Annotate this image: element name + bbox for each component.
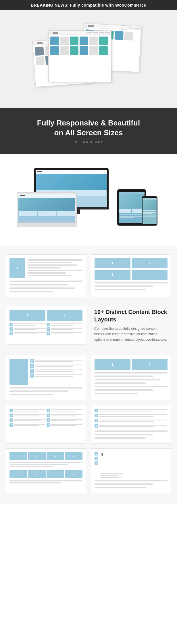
- line: [95, 480, 168, 481]
- nav-item: [93, 32, 98, 33]
- item-row-1: 1: [95, 452, 99, 456]
- num-badge-4: 4: [9, 327, 13, 331]
- phone-frame: [142, 196, 157, 226]
- line: [35, 371, 73, 372]
- item-lines: [99, 409, 168, 411]
- side-item-4: 4: [30, 369, 82, 373]
- layout-a-side: 2 3: [30, 359, 82, 385]
- mockup-header-1: [49, 31, 111, 35]
- line: [9, 464, 68, 465]
- item-lines: [51, 332, 83, 334]
- line: [95, 483, 153, 485]
- num-f-2: 2: [95, 457, 98, 460]
- mockup-logo-1: [53, 32, 58, 34]
- cell-2: 2: [28, 452, 45, 460]
- tablet-hero: [119, 194, 145, 208]
- layout-row-a: 1 2 3: [6, 355, 171, 400]
- line: [28, 259, 82, 261]
- laptop-screen: [18, 194, 75, 222]
- more-layouts: 1 2 3: [0, 355, 177, 504]
- item-lines: [51, 323, 83, 326]
- item-row: 8: [47, 331, 83, 335]
- line: [95, 487, 146, 488]
- nav-item: [105, 32, 110, 33]
- item-lines: [99, 425, 168, 427]
- product-thumb: [89, 37, 98, 45]
- layout-c-grid: 1 3: [9, 409, 82, 427]
- phone-screen: [143, 198, 157, 224]
- side-num-3: 3: [30, 364, 34, 368]
- line: [14, 419, 45, 420]
- line: [35, 360, 82, 361]
- grid-item: [38, 211, 56, 216]
- dot-2: [85, 25, 86, 26]
- side-lines: [35, 374, 82, 377]
- num-3: 3: [9, 414, 13, 417]
- four-lines-1: [9, 462, 82, 468]
- nav-item: [135, 28, 140, 29]
- layout-f-left: 1 2: [95, 452, 99, 478]
- cell-3: 3: [47, 452, 64, 460]
- item-row-2: 2: [95, 414, 168, 417]
- item-lines: [51, 424, 82, 426]
- line: [51, 420, 76, 421]
- line: [14, 409, 45, 410]
- content-block-section: 1 2 3 6: [0, 306, 177, 355]
- content-block-row: 1 2 3 6: [6, 306, 171, 345]
- laptop-frame: [17, 192, 77, 223]
- item-lines: [51, 328, 83, 330]
- tablet-lines: [119, 214, 145, 219]
- line: [28, 267, 61, 268]
- line: [101, 473, 124, 474]
- grid-cell-3: 3: [95, 270, 130, 280]
- line: [14, 424, 45, 425]
- layout-row-c: 1 3: [6, 405, 171, 444]
- grid-cell-2: 2: [132, 258, 168, 268]
- line: [14, 414, 45, 415]
- item-lines: [99, 414, 168, 417]
- line: [99, 421, 154, 422]
- line: [14, 411, 39, 411]
- line: [51, 414, 82, 415]
- grid-cell-2: 2: [47, 310, 83, 321]
- side-item-3: 3: [30, 364, 82, 368]
- line: [9, 284, 68, 285]
- item-row-7: 7: [9, 423, 45, 427]
- item-row: 7: [47, 327, 83, 331]
- layout3-top-grid: 1 2: [9, 310, 82, 321]
- line: [51, 425, 76, 426]
- product-thumb: [115, 31, 124, 40]
- phone-line: [143, 212, 156, 213]
- hero-section: [0, 10, 177, 108]
- four-lines-2: [9, 480, 82, 484]
- line: [9, 480, 82, 481]
- num-6: 6: [47, 418, 50, 422]
- layout-card-b: 1 2: [91, 355, 171, 400]
- phone-hero: [143, 200, 157, 210]
- layout-card-e: 1 2 3 4 5: [6, 448, 86, 493]
- item-row-4: 4: [47, 414, 82, 417]
- layouts-section: 1: [0, 246, 177, 306]
- item-row-6: 6: [47, 418, 82, 422]
- product-thumb: [89, 46, 98, 55]
- layout-row-e: 1 2 3 4 5: [6, 448, 171, 493]
- layout-1-image: 1: [9, 258, 25, 278]
- cell-1: 1: [9, 452, 27, 460]
- grid2-lines: [95, 282, 168, 291]
- item-lines: [14, 332, 46, 334]
- line: [35, 366, 73, 367]
- bottom-lines-d: [95, 430, 168, 440]
- num-badge-8: 8: [47, 331, 50, 335]
- tablet-grid: [119, 208, 145, 214]
- layout-card-1: 1: [6, 254, 86, 297]
- item-lines: [99, 420, 168, 422]
- num-1: 1: [9, 409, 13, 412]
- desktop-logo: [37, 171, 42, 172]
- side-item-2: 2: [30, 359, 82, 363]
- item-row: 6: [47, 323, 83, 326]
- item-lines: [14, 328, 46, 330]
- grid-cell-4: 4: [132, 270, 168, 280]
- item-row-1: 1: [9, 409, 45, 412]
- laptop-nav: [18, 194, 75, 198]
- line: [9, 287, 75, 289]
